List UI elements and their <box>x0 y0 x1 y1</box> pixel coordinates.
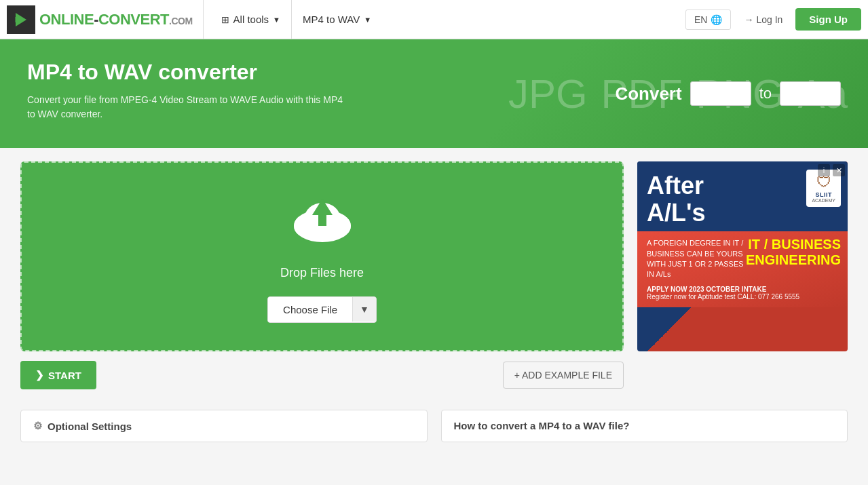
ad-it-business-text: IT / BUSINESSENGINEERING <box>746 237 841 268</box>
converter-selector-button[interactable]: MP4 to WAV ▼ <box>291 0 382 39</box>
nav-right: EN 🌐 → Log In Sign Up <box>685 8 861 31</box>
add-example-button[interactable]: + ADD EXAMPLE FILE <box>503 362 624 389</box>
login-icon: → <box>744 14 753 25</box>
grid-icon: ⊞ <box>221 14 229 25</box>
hero-description: Convert your file from MPEG-4 Video Stre… <box>27 93 353 121</box>
howto-header: How to convert a MP4 to a WAV file? <box>454 420 835 431</box>
chevron-right-icon: ❯ <box>35 369 44 381</box>
ad-apply-text: APPLY NOW 2023 OCTOBER INTAKE <box>647 286 838 293</box>
add-example-label: + ADD EXAMPLE FILE <box>514 370 612 381</box>
choose-file-label: Choose File <box>283 304 337 315</box>
signup-label: Sign Up <box>809 14 848 25</box>
ad-foreign-text: A FOREIGN DEGREE IN IT / BUSINESS CAN BE… <box>647 238 752 280</box>
hero-banner: JPG PDF PNG Aa MP4 to WAV converter Conv… <box>0 39 868 148</box>
to-format-selector[interactable]: WAV ▼ <box>780 81 841 106</box>
how-to-section: How to convert a MP4 to a WAV file? <box>441 410 848 442</box>
choose-file-button[interactable]: Choose File <box>268 297 352 322</box>
chevron-down-icon: ▼ <box>819 88 830 100</box>
ad-bottom-half: A FOREIGN DEGREE IN IT / BUSINESS CAN BE… <box>637 231 848 307</box>
globe-icon: 🌐 <box>711 14 722 25</box>
left-panel: Drop Files here Choose File ▼ ❯ START + … <box>20 161 624 389</box>
gear-icon: ⚙ <box>33 420 42 432</box>
convert-label: Convert <box>615 83 681 104</box>
ad-info-button[interactable]: i <box>818 164 830 176</box>
choose-file-row: Choose File ▼ <box>267 296 377 323</box>
login-label: Log In <box>756 14 782 25</box>
ad-close-button[interactable]: ✕ <box>833 164 845 176</box>
lang-label: EN <box>694 14 707 25</box>
right-panel: i ✕ AfterA/L's 🛡 SLIIT ACADEMY A FO <box>637 161 848 389</box>
signup-button[interactable]: Sign Up <box>795 8 861 31</box>
ad-content: AfterA/L's 🛡 SLIIT ACADEMY A FOREIGN DEG… <box>637 161 848 307</box>
settings-label: Optional Settings <box>48 421 132 432</box>
choose-file-dropdown-button[interactable]: ▼ <box>352 297 376 322</box>
logo: ONLINE-CONVERT.COM <box>7 0 204 39</box>
converter-label: MP4 to WAV <box>303 14 360 25</box>
navbar: ONLINE-CONVERT.COM ⊞ All tools ▼ MP4 to … <box>0 0 868 39</box>
ad-academy-label: ACADEMY <box>812 198 835 203</box>
chevron-down-icon: ▼ <box>728 88 739 100</box>
ad-top-half: AfterA/L's 🛡 SLIIT ACADEMY <box>637 161 848 231</box>
chevron-down-icon: ▼ <box>364 16 371 24</box>
svg-rect-8 <box>318 215 326 226</box>
chevron-down-icon: ▼ <box>273 16 280 24</box>
start-label: START <box>48 370 81 381</box>
bottom-sections: ⚙ Optional Settings How to convert a MP4… <box>0 403 868 463</box>
ad-panel: i ✕ AfterA/L's 🛡 SLIIT ACADEMY A FO <box>637 161 848 351</box>
ad-controls: i ✕ <box>818 164 845 176</box>
all-tools-button[interactable]: ⊞ All tools ▼ <box>210 0 291 39</box>
to-format-value: WAV <box>790 88 814 100</box>
dropzone[interactable]: Drop Files here Choose File ▼ <box>20 161 624 351</box>
logo-text: ONLINE-CONVERT.COM <box>39 11 193 28</box>
from-format-value: MP4 <box>700 88 723 100</box>
settings-header: ⚙ Optional Settings <box>33 420 415 432</box>
all-tools-label: All tools <box>233 14 269 25</box>
upload-cloud-icon <box>288 191 356 258</box>
svg-rect-2 <box>15 17 18 22</box>
login-button[interactable]: → Log In <box>734 10 792 29</box>
optional-settings-section: ⚙ Optional Settings <box>20 410 428 442</box>
drop-files-text: Drop Files here <box>280 266 364 280</box>
convert-row: Convert MP4 ▼ to WAV ▼ <box>615 81 841 106</box>
main-content: Drop Files here Choose File ▼ ❯ START + … <box>0 148 868 403</box>
from-format-selector[interactable]: MP4 ▼ <box>690 81 751 106</box>
logo-icon <box>7 5 35 34</box>
ad-call-text: Register now for Aptitude test CALL: 077… <box>647 293 838 300</box>
start-button[interactable]: ❯ START <box>20 361 96 389</box>
dropdown-chevron-icon: ▼ <box>360 304 369 315</box>
to-label: to <box>759 85 772 102</box>
howto-label: How to convert a MP4 to a WAV file? <box>454 420 630 431</box>
ad-sliit-label: SLIIT <box>815 191 832 198</box>
language-button[interactable]: EN 🌐 <box>685 9 731 30</box>
action-row: ❯ START + ADD EXAMPLE FILE <box>20 361 624 389</box>
